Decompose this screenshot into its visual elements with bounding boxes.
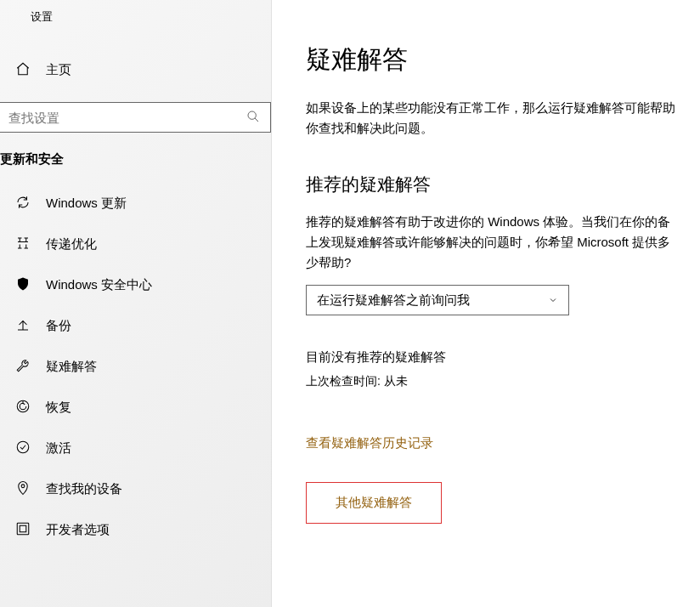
- shield-icon: [15, 276, 31, 294]
- nav-home-label: 主页: [46, 62, 71, 78]
- nav-item-windows-update[interactable]: Windows 更新: [0, 183, 271, 224]
- developer-icon: [15, 521, 31, 539]
- search-input[interactable]: [0, 111, 236, 125]
- find-device-icon: [15, 480, 31, 498]
- status-none: 目前没有推荐的疑难解答: [306, 349, 700, 366]
- last-check: 上次检查时间: 从未: [306, 374, 700, 389]
- nav-label: Windows 安全中心: [46, 277, 152, 293]
- nav-home[interactable]: 主页: [0, 49, 271, 90]
- nav-item-developer[interactable]: 开发者选项: [0, 509, 271, 550]
- svg-rect-4: [17, 523, 29, 535]
- svg-point-0: [248, 111, 256, 119]
- svg-rect-5: [20, 525, 26, 532]
- nav-item-troubleshoot[interactable]: 疑难解答: [0, 346, 271, 387]
- home-icon: [15, 61, 31, 79]
- recommended-heading: 推荐的疑难解答: [306, 173, 700, 196]
- main-pane: 疑难解答 如果设备上的某些功能没有正常工作，那么运行疑难解答可能帮助你查找和解决…: [272, 0, 700, 607]
- nav-item-find-device[interactable]: 查找我的设备: [0, 468, 271, 509]
- help-level-dropdown[interactable]: 在运行疑难解答之前询问我: [306, 285, 569, 315]
- chevron-down-icon: [548, 293, 558, 308]
- refresh-icon: [15, 195, 31, 213]
- nav-label: 查找我的设备: [46, 481, 122, 497]
- nav-label: 开发者选项: [46, 522, 110, 538]
- recovery-icon: [15, 399, 31, 417]
- nav-label: 激活: [46, 440, 71, 457]
- nav-item-activation[interactable]: 激活: [0, 428, 271, 468]
- dropdown-value: 在运行疑难解答之前询问我: [317, 292, 470, 309]
- activation-icon: [15, 440, 31, 457]
- sidebar: 设置 主页 更新和安全 Windows 更新: [0, 0, 272, 607]
- nav-item-delivery[interactable]: 传递优化: [0, 224, 271, 264]
- search-box[interactable]: [0, 102, 271, 133]
- category-header: 更新和安全: [0, 133, 271, 176]
- nav-label: Windows 更新: [46, 196, 127, 212]
- history-link[interactable]: 查看疑难解答历史记录: [306, 435, 433, 451]
- other-troubleshoot-link[interactable]: 其他疑难解答: [306, 482, 442, 524]
- delivery-icon: [15, 235, 31, 253]
- nav-label: 备份: [46, 318, 71, 334]
- svg-point-3: [21, 484, 25, 487]
- nav-label: 疑难解答: [46, 359, 97, 375]
- troubleshoot-icon: [15, 358, 31, 376]
- nav-item-security[interactable]: Windows 安全中心: [0, 264, 271, 305]
- nav-item-backup[interactable]: 备份: [0, 305, 271, 346]
- recommended-body: 推荐的疑难解答有助于改进你的 Windows 体验。当我们在你的备上发现疑难解答…: [306, 212, 680, 273]
- backup-icon: [15, 317, 31, 335]
- nav-list: Windows 更新 传递优化 Windows 安全中心 备份: [0, 183, 271, 550]
- svg-point-2: [17, 441, 29, 453]
- page-title: 疑难解答: [306, 43, 700, 77]
- settings-title: 设置: [31, 9, 53, 25]
- nav-item-recovery[interactable]: 恢复: [0, 387, 271, 428]
- nav-label: 传递优化: [46, 236, 97, 252]
- search-icon: [236, 110, 270, 126]
- intro-text: 如果设备上的某些功能没有正常工作，那么运行疑难解答可能帮助你查找和解决此问题。: [306, 98, 680, 139]
- nav-label: 恢复: [46, 400, 71, 416]
